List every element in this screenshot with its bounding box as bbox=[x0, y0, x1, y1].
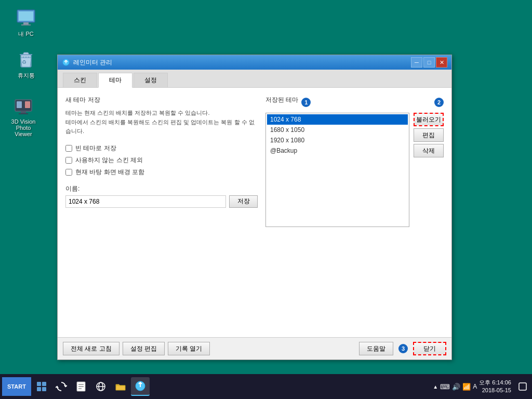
svg-rect-12 bbox=[37, 382, 41, 386]
tab-settings[interactable]: 설정 bbox=[134, 73, 168, 87]
badge-1: 1 bbox=[301, 98, 311, 107]
left-panel: 새 테마 저장 테마는 현재 스킨의 배치를 저장하고 복원할 수 있습니다.테… bbox=[65, 96, 258, 329]
checkbox-exclude-unused: 사용하지 않는 스킨 제외 bbox=[65, 156, 258, 165]
dialog-titlebar: 레인미터 관리 ─ □ ✕ bbox=[58, 55, 451, 70]
include-wallpaper-label: 현재 바탕 화면 배경 포함 bbox=[75, 168, 144, 177]
svg-rect-1 bbox=[19, 11, 33, 21]
desktop-icon-my-pc[interactable]: 내 PC bbox=[8, 5, 44, 40]
edit-settings-button[interactable]: 설정 편집 bbox=[123, 342, 165, 355]
themes-list: 532 x 399 1680 x 1050 1920 x 1080 @Back… bbox=[265, 113, 409, 227]
tabs-bar: 스킨 테마 설정 bbox=[58, 70, 451, 88]
refresh-all-button[interactable]: 전체 새로 고침 bbox=[63, 342, 119, 355]
minimize-button[interactable]: ─ bbox=[411, 57, 422, 68]
theme-name-input[interactable] bbox=[65, 195, 226, 208]
window-close-button[interactable]: ✕ bbox=[436, 57, 447, 68]
tab-theme[interactable]: 테마 bbox=[98, 73, 132, 88]
save-theme-button[interactable]: 저장 bbox=[229, 195, 258, 208]
system-clock[interactable]: 오후 6:14:06 2018-05-15 bbox=[479, 379, 511, 395]
edit-theme-button[interactable]: 편집 bbox=[414, 128, 444, 142]
themes-area: 532 x 399 1680 x 1050 1920 x 1080 @Back… bbox=[265, 113, 444, 227]
right-panel: 저장된 테마 1 2 532 x 399 1680 x 1050 1920 x… bbox=[265, 96, 444, 329]
svg-rect-7 bbox=[17, 101, 22, 108]
recycle-bin-label: 휴지통 bbox=[18, 72, 35, 79]
svg-rect-14 bbox=[37, 387, 41, 391]
taskbar-icon-network[interactable] bbox=[91, 377, 110, 396]
3dvision-label: 3D Vision Photo Viewer bbox=[7, 118, 39, 137]
dialog-title: 레인미터 관리 bbox=[73, 58, 411, 67]
system-tray: ▲ ⌨ 🔊 📶 A 오후 6:14:06 2018-05-15 bbox=[433, 379, 530, 395]
name-input-row: 저장 bbox=[65, 195, 258, 208]
start-button[interactable]: START bbox=[2, 377, 31, 396]
tray-network-icon[interactable]: 📶 bbox=[462, 383, 471, 391]
tray-lang-label: A bbox=[473, 383, 477, 390]
clock-date: 2018-05-15 bbox=[479, 387, 511, 394]
3dvision-icon bbox=[13, 96, 34, 116]
name-field-label: 이름: bbox=[65, 184, 258, 193]
maximize-button[interactable]: □ bbox=[423, 57, 435, 68]
taskbar-icon-notes[interactable] bbox=[72, 377, 90, 396]
empty-theme-label: 빈 테마로 저장 bbox=[75, 144, 116, 153]
svg-rect-3 bbox=[21, 24, 31, 25]
rainmeter-title-icon bbox=[62, 58, 70, 66]
taskbar-icon-refresh[interactable] bbox=[52, 377, 71, 396]
theme-description: 테마는 현재 스킨의 배치를 저장하고 복원할 수 있습니다.테마에서 스킨의 … bbox=[65, 109, 258, 136]
badge-2: 2 bbox=[434, 98, 444, 107]
svg-text:♻: ♻ bbox=[22, 59, 26, 65]
svg-rect-24 bbox=[519, 383, 526, 390]
taskbar-icon-folder[interactable] bbox=[111, 377, 130, 396]
tray-arrow[interactable]: ▲ bbox=[433, 384, 438, 390]
tab-skin[interactable]: 스킨 bbox=[63, 73, 97, 87]
my-pc-icon bbox=[16, 7, 36, 28]
clock-time: 오후 6:14:06 bbox=[479, 379, 511, 387]
svg-rect-8 bbox=[25, 101, 30, 108]
delete-theme-button[interactable]: 삭제 bbox=[414, 144, 444, 157]
close-dialog-button[interactable]: 닫기 bbox=[413, 342, 446, 355]
theme-item-backup[interactable]: @Backup bbox=[267, 145, 408, 156]
theme-item-1024[interactable]: 532 x 399 bbox=[267, 114, 408, 125]
badge-3: 3 bbox=[398, 344, 408, 353]
dialog-content: 새 테마 저장 테마는 현재 스킨의 배치를 저장하고 복원할 수 있습니다.테… bbox=[58, 88, 451, 337]
dialog-bottom-bar: 전체 새로 고침 설정 편집 기록 열기 도움말 3 닫기 bbox=[58, 337, 451, 360]
taskbar-icon-taskmanager[interactable] bbox=[32, 377, 51, 396]
svg-rect-9 bbox=[21, 111, 26, 113]
taskbar: START bbox=[0, 374, 532, 399]
load-theme-button[interactable]: 불러오기 bbox=[414, 113, 444, 126]
open-log-button[interactable]: 기록 열기 bbox=[168, 342, 210, 355]
svg-rect-13 bbox=[42, 382, 46, 386]
tray-volume-icon[interactable]: 🔊 bbox=[452, 383, 460, 391]
desktop: 내 PC ♻ 휴지통 3D Vision Photo bbox=[0, 0, 532, 374]
include-wallpaper-checkbox[interactable] bbox=[65, 169, 72, 176]
notification-center-button[interactable] bbox=[515, 379, 530, 394]
desktop-icon-3dvision[interactable]: 3D Vision Photo Viewer bbox=[5, 94, 42, 139]
new-theme-section-title: 새 테마 저장 bbox=[65, 96, 258, 104]
window-controls: ─ □ ✕ bbox=[411, 57, 447, 68]
svg-rect-15 bbox=[42, 387, 46, 391]
svg-rect-10 bbox=[19, 113, 28, 114]
rainmeter-dialog: 레인미터 관리 ─ □ ✕ 스킨 테마 설정 새 테마 저장 테마는 현재 스킨… bbox=[57, 55, 452, 360]
svg-rect-2 bbox=[23, 22, 29, 24]
theme-action-buttons: 불러오기 편집 삭제 bbox=[414, 113, 444, 227]
my-pc-label: 내 PC bbox=[18, 30, 33, 38]
name-row: 이름: 저장 bbox=[65, 184, 258, 208]
checkbox-include-wallpaper: 현재 바탕 화면 배경 포함 bbox=[65, 168, 258, 177]
taskbar-icon-rainmeter[interactable] bbox=[131, 377, 150, 396]
checkbox-empty-theme: 빈 테마로 저장 bbox=[65, 144, 258, 153]
exclude-unused-label: 사용하지 않는 스킨 제외 bbox=[75, 156, 143, 165]
help-button[interactable]: 도움말 bbox=[359, 342, 393, 355]
empty-theme-checkbox[interactable] bbox=[65, 145, 72, 152]
theme-item-1920[interactable]: 1920 x 1080 bbox=[267, 135, 408, 145]
recycle-bin-icon: ♻ bbox=[16, 49, 36, 70]
desktop-icon-recycle-bin[interactable]: ♻ 휴지통 bbox=[8, 47, 44, 82]
stored-themes-title: 저장된 테마 bbox=[265, 96, 298, 104]
tray-keyboard-icon: ⌨ bbox=[440, 383, 450, 391]
exclude-unused-checkbox[interactable] bbox=[65, 157, 72, 164]
theme-item-1680[interactable]: 1680 x 1050 bbox=[267, 125, 408, 135]
